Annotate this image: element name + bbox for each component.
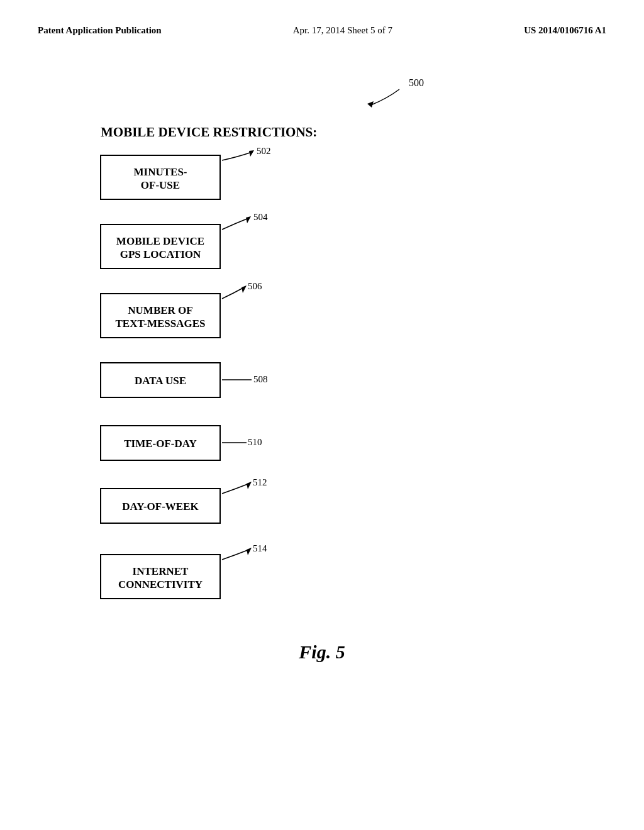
ref-500-arrowhead: [367, 101, 374, 108]
label-internet-line2: CONNECTIVITY: [118, 578, 203, 590]
ref-514-arrow: [222, 550, 249, 560]
ref-506-arrowhead: [242, 285, 247, 293]
label-minutes-of-use-line2: OF-USE: [141, 179, 180, 191]
figure-caption: Fig. 5: [298, 641, 345, 662]
label-text-msg-line2: TEXT-MESSAGES: [116, 318, 206, 329]
ref-504-arrowhead: [246, 216, 251, 223]
ref-510-label: 510: [248, 437, 262, 447]
ref-512-arrow: [222, 484, 249, 494]
ref-506-label: 506: [248, 281, 262, 291]
ref-508-label: 508: [253, 374, 268, 384]
ref-502-arrow: [222, 152, 252, 160]
ref-504-label: 504: [253, 212, 268, 222]
ref-512-label: 512: [253, 477, 267, 487]
ref-502-arrowhead: [249, 150, 254, 157]
header: Patent Application Publication Apr. 17, …: [38, 25, 606, 36]
label-time-of-day: TIME-OF-DAY: [124, 438, 197, 450]
label-minutes-of-use-line1: MINUTES-: [133, 166, 187, 178]
ref-500-arrow: [371, 89, 399, 105]
header-date-sheet: Apr. 17, 2014 Sheet 5 of 7: [293, 25, 392, 36]
ref-512-arrowhead: [247, 482, 252, 489]
ref-500-label: 500: [409, 77, 424, 88]
label-text-msg-line1: NUMBER OF: [128, 304, 192, 316]
ref-514-label: 514: [253, 543, 267, 553]
label-gps-line1: MOBILE DEVICE: [116, 235, 204, 247]
diagram-svg: 500 MOBILE DEVICE RESTRICTIONS: MINUTES-…: [38, 55, 606, 797]
ref-506-arrow: [222, 287, 244, 299]
ref-502-label: 502: [257, 146, 271, 156]
page: Patent Application Publication Apr. 17, …: [0, 0, 644, 830]
ref-514-arrowhead: [247, 548, 252, 555]
ref-504-arrow: [222, 218, 248, 230]
label-internet-line1: INTERNET: [133, 565, 189, 577]
label-gps-line2: GPS LOCATION: [120, 248, 201, 260]
header-patent-number: US 2014/0106716 A1: [524, 25, 606, 36]
label-day-of-week: DAY-OF-WEEK: [122, 501, 199, 512]
label-data-use: DATA USE: [135, 375, 186, 387]
header-publication-label: Patent Application Publication: [38, 25, 162, 36]
diagram-title: MOBILE DEVICE RESTRICTIONS:: [101, 124, 317, 140]
